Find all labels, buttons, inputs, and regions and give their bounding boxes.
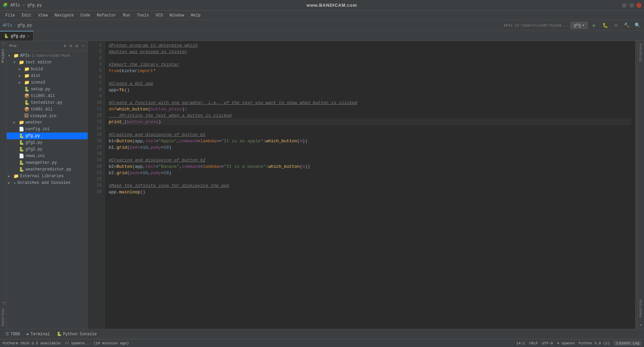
menu-item-help[interactable]: Help xyxy=(188,12,203,18)
tree-item-config-ini[interactable]: 📄config.ini xyxy=(7,126,88,133)
tree-item-tcl86t-dll[interactable]: 📦tcl86t.dll xyxy=(7,93,88,99)
tree-item-text-editor[interactable]: ▼📁text editor xyxy=(7,59,88,66)
build-button[interactable]: 🔨 xyxy=(623,21,631,30)
menu-item-refactor[interactable]: Refactor xyxy=(94,12,119,18)
tree-arrow[interactable]: ▶ xyxy=(8,174,12,178)
event-log-button[interactable]: 1 Event Log xyxy=(614,341,641,346)
menu-item-view[interactable]: View xyxy=(36,12,51,18)
menu-item-run[interactable]: Run xyxy=(120,12,133,18)
close-button[interactable]: ✕ xyxy=(637,3,641,8)
tree-item-news-ini[interactable]: 📄news.ini xyxy=(7,153,88,159)
bottom-bar: ☰ TODO ▶ Terminal 🐍 Python Console xyxy=(0,329,644,339)
menu-item-tools[interactable]: Tools xyxy=(134,12,152,18)
structure-tab[interactable]: Structure xyxy=(638,41,643,64)
menu-item-file[interactable]: File xyxy=(3,12,18,18)
menu-item-window[interactable]: Window xyxy=(167,12,187,18)
code-line: #Import the library tkinter xyxy=(109,61,631,68)
add-icon[interactable]: ✦ xyxy=(640,323,642,329)
tree-item-label: news.ini xyxy=(25,154,45,158)
run-button[interactable]: ▶ xyxy=(590,21,598,30)
tree-item-tk86t-dll[interactable]: 📦tk86t.dll xyxy=(7,106,88,113)
tree-item-build[interactable]: ▶📁build xyxy=(7,66,88,72)
python-console-icon: 🐍 xyxy=(57,332,62,337)
favorites-side-tab[interactable]: Favorites xyxy=(638,296,643,320)
code-line: #Python_program to determine which xyxy=(109,42,631,49)
code-line xyxy=(109,93,631,100)
tree-file-icon: 🐍 xyxy=(24,87,30,92)
tree-item-label: text editor xyxy=(25,60,52,65)
run-config-dropdown-icon[interactable]: ▾ xyxy=(582,23,585,28)
status-update-msg: PyCharm 2019.3.5 available: // Update...… xyxy=(3,341,512,345)
tree-item-label: vinayak.ico xyxy=(30,114,56,118)
tree-item-gfg2-py[interactable]: 🐍gfg2.py xyxy=(7,146,88,153)
sidebar-minimize-icon[interactable]: — xyxy=(81,43,85,49)
menu-item-code[interactable]: Code xyxy=(78,12,93,18)
breadcrumb-file[interactable]: gfg.py xyxy=(17,23,32,28)
sidebar-settings-icon[interactable]: ⚙ xyxy=(75,43,79,49)
code-line: #Creating and displaying of button b2 xyxy=(109,157,631,163)
tree-file-icon: 🐍 xyxy=(19,133,24,139)
tree-item-label: setup.py xyxy=(31,87,50,92)
tree-item-apis[interactable]: ▼📁APIsC:\Users\vin8r\Pych xyxy=(7,52,88,59)
tree-item-vinayak-ico[interactable]: 🖼vinayak.ico xyxy=(7,113,88,119)
tree-item-icons2[interactable]: ▶📁icons2 xyxy=(7,79,88,86)
tree-item-label: dist xyxy=(31,73,41,78)
nav-bar: APIs › gfg.py APIs [C:\Users\vin8r\Pycha… xyxy=(0,20,644,31)
tree-arrow[interactable]: ▶ xyxy=(8,181,12,185)
line-number: 6 xyxy=(89,74,102,81)
maximize-button[interactable]: □ xyxy=(629,3,634,8)
encoding: UTF-8 xyxy=(542,341,553,345)
code-line: b1 = Button(app, text="Apple",command=la… xyxy=(109,138,631,144)
line-number: 12 xyxy=(89,112,102,119)
tree-item-gfg1-py[interactable]: 🐍gfg1.py xyxy=(7,139,88,146)
sidebar-sync-icon[interactable]: ⊕ xyxy=(63,43,67,49)
tab-gfg-py[interactable]: 🐍 gfg.py ✕ xyxy=(0,31,34,41)
indent-info: 4 spaces xyxy=(557,341,575,345)
tree-item-setup-py[interactable]: 🐍setup.py xyxy=(7,86,88,93)
favorites-tab[interactable]: Favorites xyxy=(0,305,6,329)
tree-item-weatherpredictor-py[interactable]: 🐍weatherpredictor.py xyxy=(7,166,88,173)
debug-button[interactable]: 🐛 xyxy=(601,21,609,30)
tree-item-scratches-and-consoles[interactable]: ▶✦Scratches and Consoles xyxy=(7,180,88,186)
python-console-tab[interactable]: 🐍 Python Console xyxy=(54,331,100,337)
breadcrumb-apis[interactable]: APIs xyxy=(3,23,12,28)
code-content[interactable]: #Python_program to determine which#butto… xyxy=(105,41,635,329)
menu-item-navigate[interactable]: Navigate xyxy=(52,12,76,18)
tree-arrow[interactable]: ▼ xyxy=(13,61,17,64)
sidebar-collapse-icon[interactable]: ⊖ xyxy=(69,43,73,49)
minimize-button[interactable]: ─ xyxy=(622,3,627,8)
stop-button[interactable]: ⏹ xyxy=(612,21,620,30)
tree-file-icon: 🐍 xyxy=(19,147,24,152)
tree-item-newsgetter-py[interactable]: 🐍newsgetter.py xyxy=(7,159,88,166)
tree-file-icon: 📄 xyxy=(19,153,24,159)
tree-arrow[interactable]: ▶ xyxy=(19,67,23,71)
tree-item-label: APIs xyxy=(20,53,30,58)
terminal-tab[interactable]: ▶ Terminal xyxy=(24,331,53,337)
app-icon: 🧩 xyxy=(3,3,8,8)
code-line xyxy=(109,151,631,157)
tree-item-label: gfg.py xyxy=(25,134,40,138)
menu-item-edit[interactable]: Edit xyxy=(19,12,34,18)
code-line: b2.grid(padx=10, pady=10) xyxy=(109,170,631,176)
tree-arrow[interactable]: ▼ xyxy=(8,54,12,58)
tree-arrow[interactable]: ▶ xyxy=(13,120,17,125)
code-editor[interactable]: 123456789101112131415161718192021222324 … xyxy=(88,41,635,329)
todo-tab[interactable]: ☰ TODO xyxy=(3,331,23,337)
search-button[interactable]: 🔍 xyxy=(633,21,641,30)
tree-item-texteditor-py[interactable]: 🐍texteditor.py xyxy=(7,99,88,106)
project-tab-num: 1: xyxy=(2,41,5,46)
tree-item-dist[interactable]: ▶📁dist xyxy=(7,72,88,79)
tree-item-gfg-py[interactable]: 🐍gfg.py xyxy=(7,133,88,139)
tab-close-button[interactable]: ✕ xyxy=(27,34,29,38)
tree-item-external-libraries[interactable]: ▶📁External Libraries xyxy=(7,173,88,180)
tree-arrow[interactable]: ▶ xyxy=(19,81,23,85)
project-tab[interactable]: Project xyxy=(0,46,6,65)
breadcrumb-sep: › xyxy=(14,23,16,28)
tree-arrow[interactable]: ▶ xyxy=(19,74,23,78)
run-config[interactable]: gfg ▾ xyxy=(571,22,588,29)
menu-item-vcs[interactable]: VCS xyxy=(153,12,166,18)
tree-file-icon: 📁 xyxy=(13,53,19,58)
tree-item-label: config.ini xyxy=(25,127,50,132)
tree-item-weather[interactable]: ▶📁weather xyxy=(7,119,88,126)
tree-item-label: newsgetter.py xyxy=(25,160,57,165)
